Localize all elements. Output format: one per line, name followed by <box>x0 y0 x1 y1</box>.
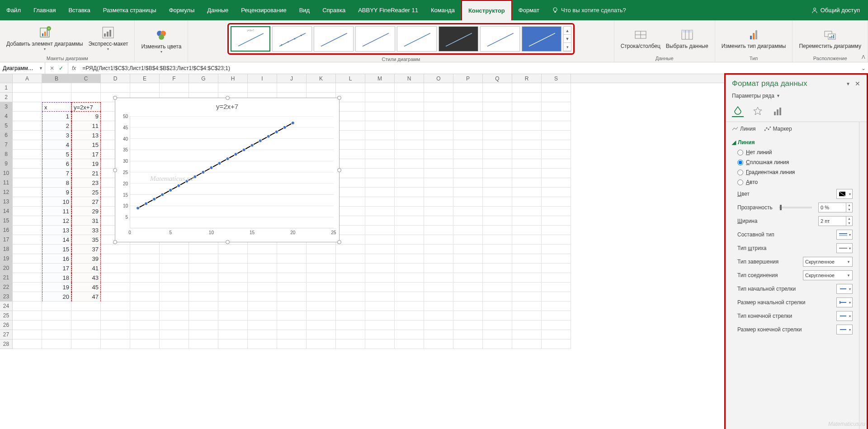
cell[interactable] <box>365 159 395 169</box>
cell[interactable] <box>248 83 277 93</box>
cell[interactable] <box>71 330 101 339</box>
col-header-O[interactable]: O <box>424 74 453 83</box>
cell[interactable] <box>218 83 248 93</box>
cell[interactable] <box>453 93 483 102</box>
collapse-ribbon-button[interactable]: ᐱ <box>862 54 865 60</box>
col-header-P[interactable]: P <box>453 74 483 83</box>
cell[interactable] <box>277 292 307 302</box>
cell[interactable] <box>395 102 424 112</box>
cell[interactable] <box>189 311 218 321</box>
cell[interactable] <box>424 273 453 283</box>
cell[interactable] <box>395 93 424 102</box>
cell[interactable]: 33 <box>71 226 101 235</box>
cell[interactable] <box>542 140 571 150</box>
chart-style-2[interactable] <box>272 26 312 52</box>
cell[interactable]: 37 <box>71 245 101 254</box>
cell[interactable] <box>365 311 395 321</box>
cell[interactable]: 15 <box>71 140 101 150</box>
cell[interactable] <box>71 83 101 93</box>
auto-line-radio[interactable]: Авто <box>732 177 853 187</box>
tab-formulas[interactable]: Формулы <box>163 0 201 20</box>
cell[interactable] <box>101 330 130 339</box>
cell[interactable] <box>160 254 189 264</box>
cell[interactable] <box>365 216 395 226</box>
cell[interactable] <box>248 273 277 283</box>
cell[interactable] <box>160 283 189 292</box>
cell[interactable] <box>189 245 218 254</box>
quick-layout-button[interactable]: Экспресс-макет ▾ <box>86 24 131 52</box>
cell[interactable] <box>365 292 395 302</box>
cell[interactable] <box>424 330 453 339</box>
cell[interactable] <box>189 330 218 339</box>
cell[interactable] <box>512 112 542 121</box>
cell[interactable] <box>336 207 365 216</box>
cell[interactable] <box>13 159 42 169</box>
cell[interactable] <box>395 292 424 302</box>
cell[interactable] <box>395 216 424 226</box>
cell[interactable] <box>101 273 130 283</box>
cell[interactable] <box>395 169 424 178</box>
formula-input[interactable]: =РЯД(Лист1!$C$3;Лист1!$B$4:$B$23;Лист1!$… <box>80 65 859 71</box>
cell[interactable] <box>336 121 365 131</box>
cell[interactable] <box>248 254 277 264</box>
cell[interactable] <box>336 302 365 311</box>
col-header-A[interactable]: A <box>13 74 42 83</box>
cell[interactable]: 19 <box>71 159 101 169</box>
cell[interactable] <box>483 131 512 140</box>
row-header-19[interactable]: 19 <box>0 254 13 264</box>
cell[interactable] <box>71 339 101 349</box>
cell[interactable] <box>453 169 483 178</box>
cell[interactable] <box>160 273 189 283</box>
cell[interactable] <box>424 245 453 254</box>
row-header-3[interactable]: 3 <box>0 102 13 112</box>
chart-style-4[interactable] <box>355 26 395 52</box>
tab-insert[interactable]: Вставка <box>62 0 96 20</box>
cell[interactable] <box>13 131 42 140</box>
cell[interactable] <box>218 330 248 339</box>
col-header-G[interactable]: G <box>189 74 218 83</box>
cell[interactable] <box>512 292 542 302</box>
cell[interactable] <box>542 131 571 140</box>
cell[interactable] <box>307 273 336 283</box>
cell[interactable]: 31 <box>71 216 101 226</box>
row-header-5[interactable]: 5 <box>0 121 13 131</box>
cell[interactable] <box>542 283 571 292</box>
cell[interactable] <box>130 292 160 302</box>
cell[interactable] <box>336 169 365 178</box>
tab-chart-format[interactable]: Формат <box>512 0 546 20</box>
cell[interactable] <box>453 283 483 292</box>
cell[interactable] <box>365 207 395 216</box>
cell[interactable]: y=2x+7 <box>71 102 101 112</box>
cell[interactable] <box>542 121 571 131</box>
cell[interactable] <box>218 321 248 330</box>
cell[interactable] <box>101 283 130 292</box>
col-header-J[interactable]: J <box>277 74 307 83</box>
col-header-H[interactable]: H <box>218 74 248 83</box>
change-chart-type-button[interactable]: Изменить тип диаграммы <box>719 27 789 50</box>
cell[interactable] <box>542 178 571 188</box>
cell[interactable] <box>218 311 248 321</box>
row-header-26[interactable]: 26 <box>0 321 13 330</box>
cell[interactable] <box>395 83 424 93</box>
cell[interactable]: 27 <box>71 197 101 207</box>
chart-style-3[interactable] <box>314 26 354 52</box>
select-data-button[interactable]: Выбрать данные <box>663 27 711 50</box>
cell[interactable] <box>542 150 571 159</box>
end-arrow-size-picker[interactable]: ▾ <box>836 325 853 335</box>
chart-style-7[interactable] <box>480 26 520 52</box>
cell[interactable] <box>483 273 512 283</box>
cell[interactable]: 18 <box>42 273 71 283</box>
end-arrow-picker[interactable]: ▾ <box>836 311 853 321</box>
cell[interactable] <box>336 226 365 235</box>
cell[interactable]: 45 <box>71 283 101 292</box>
tab-team[interactable]: Команда <box>425 0 461 20</box>
cell[interactable] <box>365 93 395 102</box>
cell[interactable] <box>512 102 542 112</box>
cell[interactable]: 43 <box>71 273 101 283</box>
row-header-8[interactable]: 8 <box>0 150 13 159</box>
cell[interactable] <box>542 197 571 207</box>
cell[interactable]: 20 <box>42 292 71 302</box>
col-header-F[interactable]: F <box>160 74 189 83</box>
cell[interactable] <box>13 235 42 245</box>
cell[interactable] <box>365 197 395 207</box>
